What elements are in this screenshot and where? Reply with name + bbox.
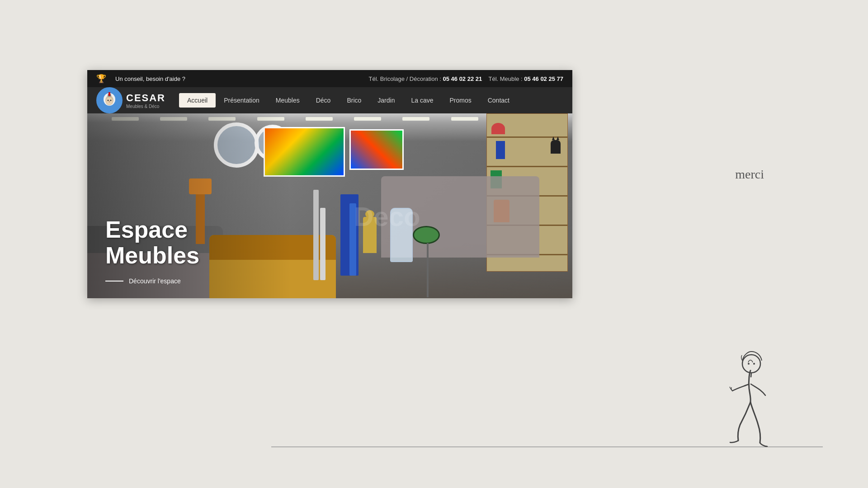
- discover-line: [105, 281, 123, 282]
- svg-point-5: [110, 100, 112, 101]
- svg-line-10: [751, 373, 751, 377]
- ceiling-light: [402, 117, 429, 121]
- discover-label: Découvrir l'espace: [129, 277, 181, 285]
- advice-text: Un conseil, besoin d'aide ?: [115, 75, 185, 82]
- bird-statue: [363, 217, 377, 253]
- walking-figure: [708, 334, 798, 461]
- logo-text-container: CESAR Meubles & Déco: [126, 92, 165, 109]
- logo-helmet-svg: [99, 90, 119, 110]
- logo-container[interactable]: CESAR Meubles & Déco: [96, 87, 165, 113]
- svg-point-9: [742, 355, 760, 373]
- bird-head: [365, 210, 374, 218]
- phone-meuble-number: 05 46 02 25 77: [524, 75, 563, 82]
- nav-promos[interactable]: Promos: [441, 93, 479, 108]
- hero-section: Deco Espace Meubles Découvrir l'espace: [87, 113, 572, 298]
- shelf-plank: [487, 166, 567, 167]
- trophy-icon: 🏆: [96, 74, 106, 84]
- phone-meuble-label: Tél. Meuble :: [488, 75, 522, 82]
- phone-info: Tél. Bricolage / Décoration : 05 46 02 2…: [368, 75, 563, 82]
- nav-items: Accueil Présentation Meubles Déco Brico …: [179, 93, 518, 108]
- ceiling-light: [451, 117, 478, 121]
- hero-title-line2: Meubles: [105, 242, 199, 268]
- nav-jardin[interactable]: Jardin: [369, 93, 403, 108]
- nav-meubles[interactable]: Meubles: [268, 93, 308, 108]
- hero-content: Espace Meubles Découvrir l'espace: [87, 203, 217, 298]
- merci-text: merci: [735, 167, 764, 182]
- lamp-pole: [427, 243, 429, 297]
- logo-circle: [96, 87, 123, 113]
- svg-point-4: [108, 100, 109, 101]
- vase-tall: [496, 141, 505, 159]
- ceiling-light: [306, 117, 333, 121]
- hero-title: Espace Meubles: [105, 217, 199, 268]
- phone-bricolage-label: Tél. Bricolage / Décoration :: [368, 75, 441, 82]
- logo-subtitle-text: Meubles & Déco: [126, 104, 165, 109]
- tall-plant: [349, 203, 356, 276]
- phone-bricolage-number: 05 46 02 22 21: [443, 75, 482, 82]
- figure-illustration: [708, 334, 798, 461]
- svg-point-12: [753, 363, 755, 365]
- nav-brico[interactable]: Brico: [339, 93, 369, 108]
- shelf-plank: [487, 136, 567, 138]
- ceiling-light: [354, 117, 381, 121]
- paintings-decor-2: [349, 129, 404, 170]
- top-bar: 🏆 Un conseil, besoin d'aide ? Tél. Brico…: [87, 70, 572, 87]
- green-lamp: [413, 226, 440, 244]
- crystal-vase: [390, 208, 413, 262]
- cat-figurine: [551, 140, 561, 154]
- logo-cesar-text: CESAR: [126, 92, 165, 104]
- nav-accueil[interactable]: Accueil: [179, 93, 216, 108]
- vase-decor: [491, 123, 505, 134]
- silver-plant: [313, 190, 319, 280]
- svg-point-6: [109, 101, 110, 103]
- nav-deco[interactable]: Déco: [308, 93, 339, 108]
- hero-title-line1: Espace: [105, 216, 188, 243]
- nav-contact[interactable]: Contact: [480, 93, 518, 108]
- svg-rect-8: [108, 92, 110, 96]
- website-container: 🏆 Un conseil, besoin d'aide ? Tél. Brico…: [87, 70, 572, 298]
- svg-point-11: [748, 363, 750, 365]
- nav-lacave[interactable]: La cave: [403, 93, 441, 108]
- discover-link[interactable]: Découvrir l'espace: [105, 277, 199, 285]
- nav-presentation[interactable]: Présentation: [216, 93, 268, 108]
- silver-plant-2: [320, 208, 326, 280]
- nav-bar: CESAR Meubles & Déco Accueil Présentatio…: [87, 87, 572, 113]
